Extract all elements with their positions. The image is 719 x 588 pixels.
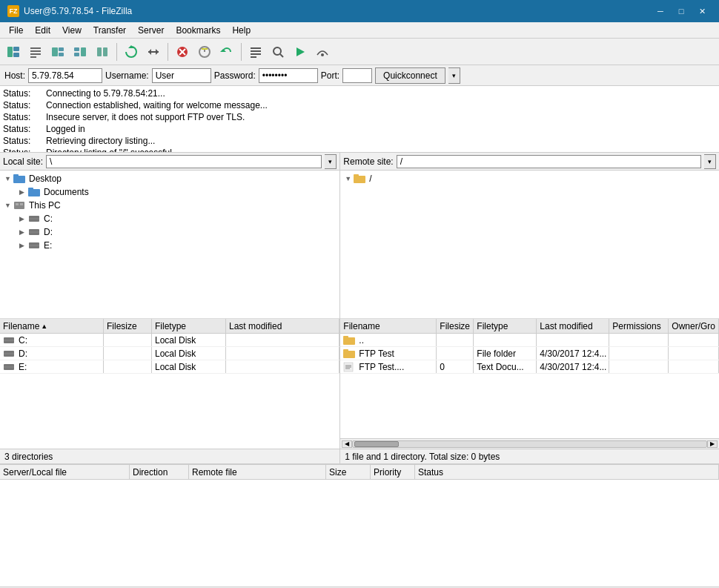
process-queue-button[interactable] bbox=[290, 42, 311, 62]
menu-transfer[interactable]: Transfer bbox=[87, 24, 132, 37]
queue-col-remotefile[interactable]: Remote file bbox=[189, 465, 326, 479]
remote-col-filename[interactable]: Filename bbox=[340, 319, 437, 333]
svg-rect-9 bbox=[59, 53, 64, 56]
queue-col-direction[interactable]: Direction bbox=[130, 465, 189, 479]
queue-files-button[interactable] bbox=[245, 42, 266, 62]
local-status-bar: 3 directories bbox=[0, 449, 339, 463]
menu-help[interactable]: Help bbox=[226, 24, 256, 37]
local-col-filesize[interactable]: Filesize bbox=[104, 319, 152, 333]
svg-rect-6 bbox=[30, 56, 36, 58]
expand-thispc[interactable]: ▼ bbox=[4, 202, 13, 209]
remote-file-row-ftptest[interactable]: FTP Test File folder 4/30/2017 12:4... bbox=[340, 347, 719, 360]
local-file-row-e[interactable]: E: Local Disk bbox=[0, 360, 339, 374]
svg-rect-13 bbox=[97, 47, 102, 56]
svg-rect-5 bbox=[30, 53, 41, 55]
tree-item-desktop[interactable]: ▼ Desktop bbox=[1, 172, 338, 185]
local-path-dropdown[interactable]: ▾ bbox=[325, 154, 337, 169]
local-path-input[interactable] bbox=[46, 155, 322, 168]
expand-d[interactable]: ▶ bbox=[19, 228, 28, 236]
local-col-modified[interactable]: Last modified bbox=[226, 319, 339, 333]
remote-file-list-header: Filename Filesize Filetype Last modified… bbox=[340, 319, 719, 334]
username-input[interactable] bbox=[152, 68, 211, 83]
local-file-row-d[interactable]: D: Local Disk bbox=[0, 347, 339, 360]
queue-col-serverfile[interactable]: Server/Local file bbox=[0, 465, 130, 479]
stop-button[interactable] bbox=[172, 42, 193, 62]
hscroll-left[interactable]: ◀ bbox=[342, 440, 352, 448]
queue-col-status[interactable]: Status bbox=[415, 465, 719, 479]
remote-file-list[interactable]: Filename Filesize Filetype Last modified… bbox=[340, 319, 719, 438]
connection-bar: Host: Username: Password: Port: Quickcon… bbox=[0, 65, 719, 86]
port-input[interactable] bbox=[342, 68, 372, 83]
remote-col-owner[interactable]: Owner/Gro bbox=[669, 319, 719, 333]
local-tree[interactable]: ▼ Desktop ▶ Documents ▼ This PC ▶ C: ▶ bbox=[0, 171, 339, 319]
tree-item-d[interactable]: ▶ D: bbox=[1, 225, 338, 239]
remote-file-row-ftptestfile[interactable]: FTP Test.... 0 Text Docu... 4/30/2017 12… bbox=[340, 360, 719, 374]
remote-hscrollbar[interactable]: ◀ ▶ bbox=[340, 438, 719, 449]
remote-col-filetype[interactable]: Filetype bbox=[474, 319, 537, 333]
speed-limit-button[interactable] bbox=[312, 42, 333, 62]
tree-item-documents[interactable]: ▶ Documents bbox=[1, 185, 338, 199]
close-button[interactable]: ✕ bbox=[692, 4, 712, 19]
toggle-log-button[interactable] bbox=[25, 42, 46, 62]
quickconnect-dropdown[interactable]: ▾ bbox=[448, 67, 460, 84]
svg-rect-12 bbox=[81, 47, 86, 56]
remote-col-filesize[interactable]: Filesize bbox=[437, 319, 474, 333]
expand-documents[interactable]: ▶ bbox=[19, 188, 28, 196]
hscroll-track[interactable] bbox=[352, 440, 707, 448]
tree-label-d: D: bbox=[44, 227, 53, 237]
hscroll-thumb[interactable] bbox=[354, 441, 399, 447]
tree-item-c[interactable]: ▶ C: bbox=[1, 212, 338, 225]
remote-tree[interactable]: ▼ / bbox=[340, 171, 719, 319]
svg-point-30 bbox=[274, 47, 281, 55]
menu-view[interactable]: View bbox=[56, 24, 87, 37]
search-button[interactable] bbox=[268, 42, 288, 62]
menu-server[interactable]: Server bbox=[132, 24, 170, 37]
toggle-local-tree-button[interactable] bbox=[47, 42, 68, 62]
menu-edit[interactable]: Edit bbox=[29, 24, 56, 37]
disconnect-button[interactable] bbox=[194, 42, 215, 62]
password-input[interactable] bbox=[259, 68, 318, 83]
expand-c[interactable]: ▶ bbox=[19, 215, 28, 222]
hscroll-right[interactable]: ▶ bbox=[707, 440, 718, 448]
maximize-button[interactable]: □ bbox=[672, 4, 691, 19]
remote-path-dropdown[interactable]: ▾ bbox=[704, 154, 716, 169]
host-input[interactable] bbox=[28, 68, 102, 83]
expand-e[interactable]: ▶ bbox=[19, 242, 28, 249]
svg-rect-39 bbox=[16, 203, 19, 205]
tree-item-e[interactable]: ▶ E: bbox=[1, 239, 338, 252]
svg-rect-7 bbox=[52, 47, 58, 56]
reconnect-button[interactable] bbox=[216, 42, 237, 62]
svg-point-33 bbox=[321, 53, 324, 56]
remote-file-row-dotdot[interactable]: .. bbox=[340, 334, 719, 347]
local-col-filename[interactable]: Filename ▲ bbox=[0, 319, 104, 333]
svg-marker-18 bbox=[156, 49, 159, 55]
toolbar bbox=[0, 39, 719, 65]
toggle-remote-tree-button[interactable] bbox=[70, 42, 90, 62]
local-file-list[interactable]: Filename ▲ Filesize Filetype Last modifi… bbox=[0, 319, 339, 449]
tree-item-thispc[interactable]: ▼ This PC bbox=[1, 199, 338, 212]
quickconnect-button[interactable]: Quickconnect bbox=[375, 67, 445, 84]
tree-label-root: / bbox=[369, 174, 371, 184]
synchronized-browsing-button[interactable] bbox=[143, 42, 164, 62]
svg-rect-11 bbox=[74, 53, 79, 56]
toggle-queue-button[interactable] bbox=[92, 42, 113, 62]
svg-rect-57 bbox=[343, 351, 355, 358]
menu-bookmarks[interactable]: Bookmarks bbox=[170, 24, 226, 37]
remote-col-permissions[interactable]: Permissions bbox=[609, 319, 669, 333]
tree-item-root[interactable]: ▼ / bbox=[342, 172, 718, 185]
queue-col-priority[interactable]: Priority bbox=[371, 465, 415, 479]
remote-path-input[interactable] bbox=[397, 155, 701, 168]
remote-col-modified[interactable]: Last modified bbox=[537, 319, 609, 333]
menu-file[interactable]: File bbox=[3, 24, 29, 37]
expand-desktop[interactable]: ▼ bbox=[4, 175, 13, 182]
local-col-filetype[interactable]: Filetype bbox=[152, 319, 226, 333]
refresh-button[interactable] bbox=[121, 42, 142, 62]
svg-rect-37 bbox=[28, 188, 33, 190]
site-manager-button[interactable] bbox=[3, 42, 24, 62]
queue-col-size[interactable]: Size bbox=[326, 465, 371, 479]
queue-header: Server/Local file Direction Remote file … bbox=[0, 465, 719, 480]
local-file-row-c[interactable]: C: Local Disk bbox=[0, 334, 339, 347]
remote-panel-header: Remote site: ▾ bbox=[340, 153, 719, 171]
minimize-button[interactable]: ─ bbox=[651, 4, 670, 19]
expand-root[interactable]: ▼ bbox=[345, 175, 354, 182]
